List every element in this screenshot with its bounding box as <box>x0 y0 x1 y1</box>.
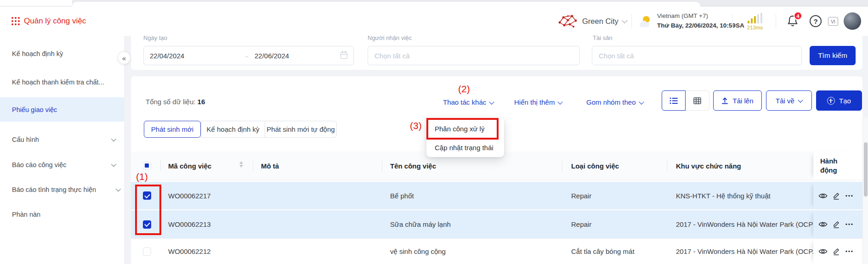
more-icon[interactable] <box>845 223 853 225</box>
sort-icon[interactable] <box>239 161 243 168</box>
column-divider <box>382 160 382 171</box>
upload-button[interactable]: Tải lên <box>713 90 762 111</box>
cell-name: Bể phốt <box>390 182 414 209</box>
chevron-down-icon <box>558 99 563 104</box>
timezone-block[interactable]: Vietnam (GMT +7) Thứ Bảy, 22/06/2024, 10… <box>657 11 744 30</box>
page-title: Quản lý công việc <box>24 6 86 36</box>
sidebar-collapse-button[interactable]: « <box>118 51 130 64</box>
more-icon[interactable] <box>845 195 853 197</box>
sidebar-item-ke-hoach-dinh-ky[interactable]: Kế hoạch định kỳ <box>0 41 124 66</box>
vertical-scrollbar[interactable] <box>862 118 868 264</box>
create-button[interactable]: Tạo <box>816 90 862 111</box>
tab-ke-hoach-dinh-ky[interactable]: Kế hoạch định kỳ <box>201 121 265 138</box>
checkbox-unchecked[interactable] <box>143 247 151 256</box>
view-mode-switch <box>662 90 709 111</box>
date-range-input[interactable]: 22/04/2024 → 22/06/2024 <box>143 46 354 65</box>
cell-code: WO00062212 <box>168 239 211 264</box>
checkbox-indeterminate[interactable] <box>143 162 151 170</box>
header-divider <box>776 14 776 28</box>
view-icon[interactable] <box>818 248 828 255</box>
date-range-arrow: → <box>243 52 250 59</box>
sidebar: Kế hoạch định kỳ Kế hoạch thanh kiểm tra… <box>0 36 125 264</box>
menu-item-cap-nhat-trang-thai[interactable]: Cập nhật trạng thái <box>426 138 504 157</box>
org-name: Green City <box>582 17 618 26</box>
tab-phat-sinh-moi-tu-dong[interactable]: Phát sinh mới tự động <box>265 121 337 138</box>
column-header-code[interactable]: Mã công việc <box>168 152 211 180</box>
row-checkbox[interactable] <box>143 239 151 264</box>
chevron-down-icon <box>639 99 644 104</box>
menu-item-label: Cập nhật trạng thái <box>435 144 494 152</box>
latency-indicator: 213ms <box>744 13 766 30</box>
sidebar-item-label: Kế hoạch thanh kiểm tra chất... <box>12 79 104 86</box>
table-row[interactable]: WO00062212 vệ sinh công cộng Cắt tỉa cây… <box>131 239 862 264</box>
view-icon[interactable] <box>818 192 828 199</box>
sidebar-item-ke-hoach-thanh-kiem-tra[interactable]: Kế hoạch thanh kiểm tra chất... <box>0 70 124 94</box>
language-toggle[interactable]: VI <box>828 17 838 26</box>
latency-value: 213ms <box>744 25 766 30</box>
annotation-step-3: (3) <box>410 120 422 131</box>
upload-button-label: Tải lên <box>732 97 753 105</box>
app-header: Quản lý công việc Green City Vietnam (GM… <box>0 6 868 36</box>
tab-phat-sinh-moi[interactable]: Phát sinh mới <box>144 121 201 138</box>
edit-icon[interactable] <box>833 192 840 200</box>
header-divider <box>732 14 733 28</box>
more-icon[interactable] <box>845 250 853 253</box>
assignee-select[interactable]: Chọn tất cả <box>368 46 580 65</box>
collapse-icon: « <box>122 54 126 62</box>
edit-icon[interactable] <box>833 220 840 228</box>
more-actions-menu: Phân công xử lý Cập nhật trạng thái <box>426 118 504 157</box>
list-view-button[interactable] <box>662 90 686 111</box>
edit-icon[interactable] <box>833 247 840 255</box>
column-header-actions: Hành động <box>813 152 862 180</box>
group-by-button[interactable]: Gom nhóm theo <box>586 98 643 106</box>
download-button[interactable]: Tải về <box>766 90 812 111</box>
column-divider <box>562 160 562 171</box>
notifications-button[interactable]: 4 <box>787 14 800 28</box>
sidebar-item-phan-nan[interactable]: Phàn nàn <box>0 202 124 226</box>
cell-area: 2017 - VinWonders Hà Nội Water Park (OCP… <box>676 239 813 264</box>
cell-area: KNS-HTKT - Hệ thống kỹ thuật <box>676 182 813 209</box>
table-row[interactable]: WO00062217 Bể phốt Repair KNS-HTKT - Hệ … <box>131 182 862 210</box>
annotation-box-3 <box>426 118 499 140</box>
sidebar-item-phieu-giao-viec[interactable]: Phiếu giao việc <box>0 97 124 122</box>
worksheet-panel: Tổng số dữ liệu: 16 Thao tác khác Hiển t… <box>131 76 862 264</box>
total-count-label: Tổng số dữ liệu: <box>146 98 198 106</box>
view-icon[interactable] <box>818 221 828 228</box>
cell-name: Sữa chữa máy lạnh <box>390 210 451 238</box>
date-from-value[interactable]: 22/04/2024 <box>150 52 184 60</box>
actions-header-label: Hành động <box>820 157 845 175</box>
tab-label: Phát sinh mới tự động <box>267 125 335 133</box>
filter-panel: Ngày tạo Người nhận việc Tài sản 22/04/2… <box>131 36 862 70</box>
column-header-type: Loại công việc <box>571 152 619 180</box>
search-button[interactable]: Tìm kiếm <box>810 46 856 65</box>
sidebar-item-cau-hinh[interactable]: Cấu hình <box>0 127 124 152</box>
chevron-down-icon <box>489 99 494 104</box>
help-button[interactable]: ? <box>810 15 822 27</box>
total-count-value: 16 <box>198 98 205 106</box>
table-row[interactable]: WO00062213 Sữa chữa máy lạnh Repair 2017… <box>131 210 862 239</box>
table-view-button[interactable] <box>686 90 709 111</box>
org-switcher[interactable]: Green City <box>557 6 627 36</box>
calendar-icon[interactable] <box>340 52 347 59</box>
assignee-placeholder: Chọn tất cả <box>374 52 410 60</box>
more-actions-label: Thao tác khác <box>443 98 486 106</box>
row-actions <box>813 182 862 209</box>
browser-chrome <box>0 0 868 6</box>
sidebar-item-label: Phiếu giao việc <box>12 106 57 113</box>
column-divider <box>667 160 667 171</box>
chevron-down-icon <box>798 97 803 102</box>
date-to-value[interactable]: 22/06/2024 <box>255 52 289 60</box>
apps-grid-icon[interactable] <box>11 17 20 25</box>
show-more-button[interactable]: Hiển thị thêm <box>514 98 562 106</box>
column-divider <box>160 160 161 171</box>
sidebar-item-bao-cao-cong-viec[interactable]: Báo cáo công việc <box>0 152 124 177</box>
asset-select[interactable]: Chọn tất cả <box>592 46 802 65</box>
user-avatar[interactable] <box>844 12 861 30</box>
sidebar-item-bao-cao-tinh-trang[interactable]: Báo cáo tình trạng thực hiện <box>0 177 124 202</box>
current-datetime: Thứ Bảy, 22/06/2024, 10:59SA <box>657 21 744 30</box>
more-actions-button[interactable]: Thao tác khác <box>443 98 494 106</box>
create-button-label: Tạo <box>839 97 851 105</box>
chevron-down-icon <box>622 17 628 23</box>
annotation-step-1: (1) <box>136 171 148 182</box>
scrollbar-thumb[interactable] <box>864 142 868 197</box>
